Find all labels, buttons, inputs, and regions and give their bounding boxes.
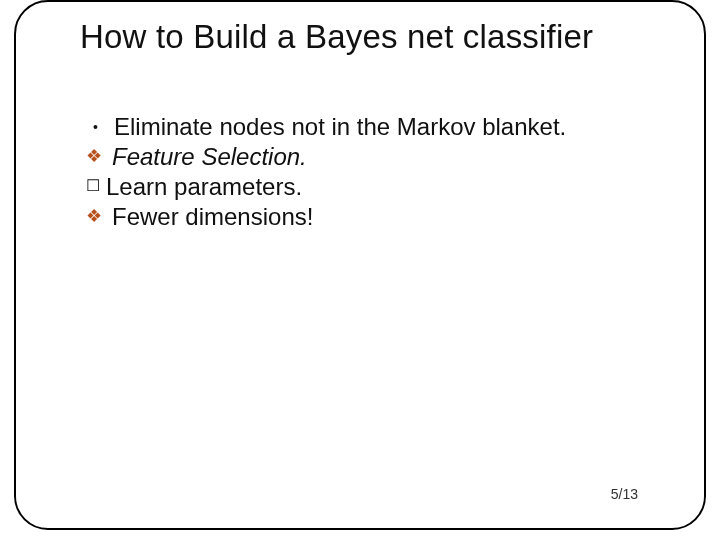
dot-bullet-icon	[88, 112, 114, 142]
bullet-item: ❖ Feature Selection.	[86, 142, 688, 172]
bullet-text: Fewer dimensions!	[112, 202, 688, 232]
slide-title: How to Build a Bayes net classifier	[80, 18, 660, 56]
page-number: 5/13	[611, 486, 638, 502]
diamond-bullet-icon: ❖	[86, 142, 112, 171]
slide-body: Eliminate nodes not in the Markov blanke…	[88, 112, 688, 232]
bullet-item: Eliminate nodes not in the Markov blanke…	[88, 112, 688, 142]
slide-frame: How to Build a Bayes net classifier Elim…	[14, 0, 706, 530]
bullet-item: ❖ Fewer dimensions!	[86, 202, 688, 232]
bullet-text: Learn parameters.	[106, 172, 688, 202]
bullet-text: Feature Selection.	[112, 142, 688, 172]
diamond-bullet-icon: ❖	[86, 202, 112, 231]
bullet-text: Eliminate nodes not in the Markov blanke…	[114, 112, 688, 142]
bullet-item: ☐ Learn parameters.	[86, 172, 688, 202]
